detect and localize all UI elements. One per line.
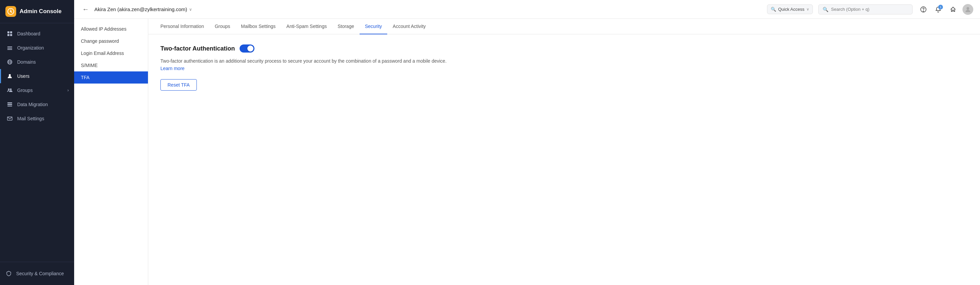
tab-content: Personal Information Groups Mailbox Sett… [148,19,980,285]
organization-icon [6,45,13,51]
sidebar-item-security-compliance[interactable]: Security & Compliance [5,267,69,280]
svg-rect-4 [7,34,10,36]
security-compliance-label: Security & Compliance [16,271,64,276]
tab-personal-info[interactable]: Personal Information [155,19,209,34]
dashboard-icon [6,30,13,37]
sidebar-item-groups[interactable]: Groups › [0,83,74,97]
tab-anti-spam[interactable]: Anti-Spam Settings [281,19,332,34]
sidebar-item-domains[interactable]: Domains [0,55,74,69]
sidebar-item-mail-settings[interactable]: Mail Settings [0,111,74,126]
sidebar-title: Admin Console [19,8,62,15]
svg-rect-5 [10,34,12,36]
tab-mailbox-settings[interactable]: Mailbox Settings [235,19,281,34]
secondary-item-tfa[interactable]: TFA [74,72,148,84]
domains-icon [6,59,13,65]
secondary-item-change-password[interactable]: Change password [74,35,148,47]
svg-point-13 [8,89,10,90]
quick-access-button[interactable]: 🔍 Quick Access ∨ [767,5,813,14]
svg-point-14 [10,89,12,90]
tfa-toggle[interactable] [240,45,255,53]
main-content: ← Akira Zen (akira.zen@zylkertraining.co… [74,0,980,285]
topbar-actions: 1 [918,4,973,15]
user-avatar[interactable] [963,4,973,15]
sidebar-item-label: Groups [17,88,33,93]
secondary-item-login-email[interactable]: Login Email Address [74,47,148,59]
sidebar-item-organization[interactable]: Organization [0,41,74,55]
svg-rect-3 [10,31,12,33]
search-container: 🔍 [818,5,913,14]
reset-tfa-button[interactable]: Reset TFA [161,79,197,91]
tfa-description: Two-factor authentication is an addition… [161,57,450,72]
groups-chevron-icon: › [67,88,69,92]
sidebar-item-label: Domains [17,59,36,65]
sidebar-item-label: Mail Settings [17,116,44,121]
sidebar-item-label: Organization [17,45,44,51]
search-icon: 🔍 [822,7,828,12]
svg-rect-7 [7,48,12,48]
topbar: ← Akira Zen (akira.zen@zylkertraining.co… [74,0,980,19]
users-icon [6,73,13,80]
sidebar-item-label: Data Migration [17,102,48,107]
search-input[interactable] [831,7,899,12]
tab-storage[interactable]: Storage [332,19,360,34]
topbar-user[interactable]: Akira Zen (akira.zen@zylkertraining.com)… [94,6,192,12]
svg-point-20 [923,11,924,11]
quick-access-chevron-icon: ∨ [807,7,809,11]
home-button[interactable] [948,4,958,15]
tfa-section-title: Two-factor Authentication [161,45,968,53]
svg-rect-15 [7,102,12,103]
content-area: Allowed IP Addresses Change password Log… [74,19,980,285]
data-migration-icon [6,101,13,108]
tab-groups[interactable]: Groups [209,19,235,34]
secondary-item-allowed-ip[interactable]: Allowed IP Addresses [74,23,148,35]
svg-point-21 [967,7,969,10]
tab-account-activity[interactable]: Account Activity [387,19,431,34]
svg-rect-17 [7,106,12,107]
groups-icon [6,87,13,94]
tabs: Personal Information Groups Mailbox Sett… [148,19,980,34]
help-button[interactable] [918,4,929,15]
svg-rect-6 [7,46,12,47]
sidebar: Admin Console Dashboard Organization Dom… [0,0,74,285]
sidebar-item-users[interactable]: Users [0,69,74,83]
svg-rect-2 [7,31,10,33]
secondary-sidebar: Allowed IP Addresses Change password Log… [74,19,148,285]
quick-access-label: Quick Access [778,7,804,12]
tfa-title-text: Two-factor Authentication [161,45,235,52]
sidebar-nav: Dashboard Organization Domains Users Gro… [0,23,74,262]
notifications-button[interactable]: 1 [933,4,943,15]
secondary-item-smime[interactable]: S/MIME [74,59,148,72]
mail-settings-icon [6,115,13,122]
learn-more-link[interactable]: Learn more [161,66,185,71]
sidebar-logo [5,6,16,17]
topbar-username: Akira Zen (akira.zen@zylkertraining.com) [94,6,187,12]
svg-point-12 [9,74,11,76]
svg-rect-16 [7,104,12,105]
quick-access-icon: 🔍 [771,7,776,12]
sidebar-item-label: Dashboard [17,31,40,37]
sidebar-bottom: Security & Compliance [0,262,74,285]
sidebar-item-dashboard[interactable]: Dashboard [0,27,74,41]
tab-security[interactable]: Security [360,19,388,34]
sidebar-item-data-migration[interactable]: Data Migration [0,97,74,111]
svg-rect-8 [7,49,12,50]
back-button[interactable]: ← [81,4,90,14]
main-panel: Two-factor Authentication Two-factor aut… [148,34,980,285]
user-chevron-icon: ∨ [189,7,192,12]
notification-count: 1 [938,5,943,10]
security-compliance-icon [5,270,12,277]
svg-point-1 [10,11,11,12]
sidebar-item-label: Users [17,73,30,79]
sidebar-header: Admin Console [0,0,74,23]
